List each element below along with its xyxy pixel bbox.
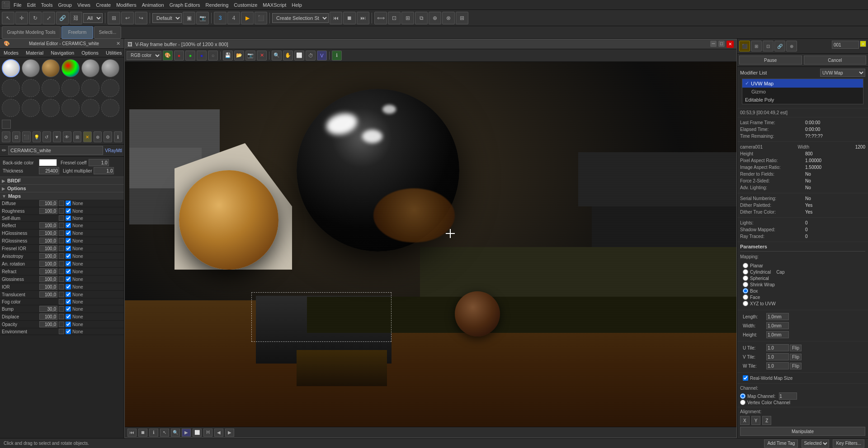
render-quick-btn[interactable]: ▶ — [241, 12, 254, 24]
map-ch-spin-17[interactable] — [59, 329, 64, 334]
map-ch-val-12[interactable] — [39, 291, 57, 298]
vfb-zoom-btn[interactable]: 🔍 — [272, 51, 282, 61]
map-ch-map-4[interactable]: None — [72, 231, 83, 236]
mat-bg-btn[interactable]: ⬛ — [22, 131, 31, 142]
u-flip-btn[interactable]: Flip — [790, 345, 802, 351]
map-ch-spin-8[interactable] — [59, 261, 64, 266]
vfb-minimize-btn[interactable]: ─ — [710, 41, 717, 47]
map-ch-map-8[interactable]: None — [72, 261, 83, 266]
length-input[interactable] — [766, 313, 789, 320]
vfb-bottom-play-btn[interactable]: ⏮ — [127, 429, 137, 437]
snap-btn[interactable]: ⊞ — [108, 12, 120, 24]
map-ch-map-9[interactable]: None — [72, 269, 83, 274]
vfb-bottom-next-btn[interactable]: ▶ — [225, 429, 234, 437]
map-ch-spin-1[interactable] — [59, 208, 64, 214]
stop-btn[interactable]: ⏹ — [343, 12, 356, 24]
map-ch-val-10[interactable] — [39, 276, 57, 282]
rotate-btn[interactable]: ↻ — [29, 12, 42, 24]
map-ch-check-6[interactable] — [66, 246, 71, 251]
pause-btn[interactable]: Pause — [739, 56, 802, 65]
hierarchy-btn[interactable]: ⊞ — [456, 12, 468, 24]
vfb-green-btn[interactable]: ● — [185, 51, 195, 61]
modifier-uvw-map[interactable]: ✓ UVW Map — [742, 79, 863, 88]
map-channel-input[interactable] — [779, 392, 797, 400]
rp-icon-1[interactable]: ⬛ — [739, 41, 750, 51]
menu-help[interactable]: Help — [290, 1, 304, 9]
mirror-btn[interactable]: ⟺ — [374, 12, 387, 24]
modifier-dropdown[interactable]: UVW Map — [820, 69, 865, 77]
mat-id-btn[interactable]: ⊕ — [94, 131, 102, 142]
mat-sphere-4[interactable] — [61, 59, 80, 77]
map-channel-radio[interactable] — [740, 393, 745, 399]
map-ch-map-17[interactable]: None — [72, 329, 83, 334]
v-flip-btn[interactable]: Flip — [790, 354, 802, 360]
map-ch-check-9[interactable] — [66, 269, 71, 274]
mat-sphere-2[interactable] — [22, 59, 40, 77]
menu-edit[interactable]: Edit — [25, 1, 38, 9]
align-btn[interactable]: ⊡ — [388, 12, 401, 24]
map-ch-map-7[interactable]: None — [72, 254, 83, 259]
menu-graph-editors[interactable]: Graph Editors — [168, 1, 202, 9]
map-ch-check-16[interactable] — [66, 322, 71, 327]
map-ch-val-4[interactable] — [39, 230, 57, 236]
vfb-blue-btn[interactable]: ● — [197, 51, 207, 61]
map-ch-spin-6[interactable] — [59, 246, 64, 251]
w-flip-btn[interactable]: Flip — [790, 363, 802, 369]
menu-maxscript[interactable]: MAXScript — [261, 1, 288, 9]
menu-rendering[interactable]: Rendering — [204, 1, 231, 9]
map-ch-spin-11[interactable] — [59, 284, 64, 289]
w-tile-input[interactable] — [766, 362, 789, 369]
map-ch-spin-14[interactable] — [59, 306, 64, 312]
vfb-red-btn[interactable]: ● — [174, 51, 184, 61]
mat-sphere-18[interactable] — [101, 99, 119, 117]
height-dim-input[interactable] — [766, 331, 789, 338]
redo-btn[interactable]: ↪ — [135, 12, 147, 24]
mat-menu-utilities[interactable]: Utilities — [102, 49, 125, 57]
align-z-btn[interactable]: Z — [762, 416, 771, 425]
vfb-color-picker-btn[interactable]: 🎨 — [163, 51, 173, 61]
camera-btn[interactable]: 📷 — [196, 12, 209, 24]
map-ch-map-11[interactable]: None — [72, 285, 83, 289]
vfb-save-btn[interactable]: 💾 — [223, 51, 233, 61]
map-ch-val-0[interactable] — [39, 200, 57, 206]
mat-info-btn[interactable]: ℹ — [114, 131, 123, 142]
mat-sample-btn[interactable]: ⊡ — [12, 131, 21, 142]
mat-sphere-3[interactable] — [42, 59, 60, 77]
map-ch-check-8[interactable] — [66, 261, 71, 266]
menu-create[interactable]: Create — [94, 1, 113, 9]
vfb-bottom-cursor-btn[interactable]: ↖ — [160, 429, 169, 437]
mat-x-btn[interactable]: ✕ — [83, 131, 92, 142]
selected-dropdown[interactable]: Selected — [802, 439, 829, 448]
vfb-vray-btn[interactable]: V — [317, 51, 327, 61]
planar-radio[interactable] — [743, 263, 748, 268]
mat-editor-close[interactable]: ✕ — [116, 41, 120, 47]
filter-dropdown[interactable]: All — [83, 13, 103, 23]
mat-sphere-9[interactable] — [42, 79, 60, 97]
map-ch-spin-9[interactable] — [59, 269, 64, 274]
map-ch-map-12[interactable]: None — [72, 292, 83, 297]
brdf-section-header[interactable]: ▶ BRDF — [0, 177, 124, 184]
next-btn[interactable]: ⏭ — [357, 12, 369, 24]
map-ch-val-15[interactable] — [39, 313, 57, 320]
cancel-btn[interactable]: Cancel — [804, 56, 867, 65]
map-ch-map-10[interactable]: None — [72, 277, 83, 282]
mat-pick-btn[interactable]: ⊙ — [2, 131, 10, 142]
menu-tools[interactable]: Tools — [39, 1, 55, 9]
render-canvas[interactable] — [125, 62, 736, 427]
app-icon[interactable]: ⬛ — [2, 1, 10, 9]
map-ch-check-0[interactable] — [66, 201, 71, 206]
num3-btn[interactable]: 3 — [214, 12, 226, 24]
map-ch-map-1[interactable]: None — [72, 209, 83, 214]
mat-sphere-8[interactable] — [22, 79, 40, 97]
map-ch-spin-7[interactable] — [59, 253, 64, 259]
map-ch-spin-4[interactable] — [59, 230, 64, 236]
num4-btn[interactable]: 4 — [227, 12, 240, 24]
vfb-clear-btn[interactable]: ✕ — [257, 51, 267, 61]
map-ch-val-14[interactable] — [39, 306, 57, 312]
map-ch-val-6[interactable] — [39, 245, 57, 252]
modifier-editable-poly[interactable]: Editable Poly — [742, 96, 863, 104]
map-ch-spin-0[interactable] — [59, 201, 64, 206]
align-x-btn[interactable]: X — [740, 416, 750, 425]
map-ch-map-14[interactable]: None — [72, 307, 83, 312]
array-btn[interactable]: ⊞ — [401, 12, 414, 24]
